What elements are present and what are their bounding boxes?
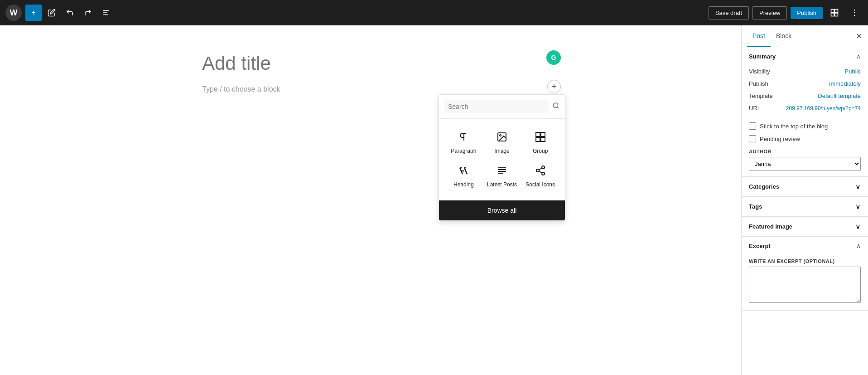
undo-button[interactable] bbox=[62, 5, 78, 21]
sidebar: Post Block ✕ Summary ∧ Visibility Public… bbox=[741, 25, 868, 375]
image-icon bbox=[497, 131, 507, 145]
block-search-area bbox=[439, 95, 565, 119]
editor-content: Type / to choose a block G + bbox=[180, 25, 561, 121]
tab-block[interactable]: Block bbox=[771, 26, 797, 47]
block-search-input[interactable] bbox=[444, 100, 549, 113]
toolbar-right: Save draft Preview Publish bbox=[709, 5, 863, 21]
svg-point-22 bbox=[542, 166, 545, 169]
paragraph-icon bbox=[458, 131, 469, 145]
block-picker-popup: Paragraph Image Group bbox=[439, 94, 565, 221]
block-item-image[interactable]: Image bbox=[483, 126, 521, 160]
categories-row[interactable]: Categories ∨ bbox=[742, 177, 868, 197]
excerpt-content: WRITE AN EXCERPT (OPTIONAL) bbox=[742, 255, 868, 310]
summary-content: Visibility Public Publish Immediately Te… bbox=[742, 65, 868, 120]
sidebar-tabs: Post Block ✕ bbox=[742, 25, 868, 47]
template-label: Template bbox=[749, 93, 773, 99]
block-item-social-icons[interactable]: Social Icons bbox=[521, 160, 559, 193]
block-grid: Paragraph Image Group bbox=[439, 119, 565, 200]
excerpt-chevron-up-icon: ∧ bbox=[856, 242, 861, 249]
wordpress-logo[interactable]: W bbox=[5, 5, 22, 21]
block-item-group-label: Group bbox=[533, 148, 548, 154]
summary-chevron-up-icon: ∧ bbox=[856, 53, 861, 60]
block-item-paragraph[interactable]: Paragraph bbox=[444, 126, 483, 160]
svg-rect-5 bbox=[831, 13, 834, 16]
browse-all-button[interactable]: Browse all bbox=[439, 200, 565, 220]
add-block-inline-button[interactable]: + bbox=[547, 80, 561, 93]
block-item-heading[interactable]: Heading bbox=[444, 160, 483, 193]
featured-image-row[interactable]: Featured image ∨ bbox=[742, 217, 868, 237]
author-heading: AUTHOR bbox=[749, 149, 861, 154]
svg-point-10 bbox=[553, 103, 558, 108]
social-icons-icon bbox=[535, 165, 546, 179]
publish-row: Publish Immediately bbox=[749, 78, 861, 90]
svg-rect-3 bbox=[831, 10, 834, 13]
block-item-image-label: Image bbox=[494, 148, 509, 154]
featured-image-chevron-down-icon: ∨ bbox=[855, 222, 861, 231]
document-overview-button[interactable] bbox=[98, 5, 114, 21]
main-layout: Type / to choose a block G + bbox=[0, 25, 868, 375]
excerpt-section-header[interactable]: Excerpt ∧ bbox=[742, 237, 868, 255]
publish-timing-value[interactable]: Immediately bbox=[829, 80, 861, 87]
group-icon bbox=[535, 131, 546, 145]
svg-rect-17 bbox=[541, 137, 545, 141]
featured-image-label: Featured image bbox=[749, 223, 792, 230]
svg-rect-4 bbox=[835, 10, 838, 13]
svg-point-24 bbox=[542, 172, 545, 175]
preview-button[interactable]: Preview bbox=[752, 6, 787, 19]
heading-icon bbox=[458, 165, 469, 179]
svg-rect-15 bbox=[541, 132, 545, 136]
block-item-heading-label: Heading bbox=[453, 181, 474, 188]
publish-timing-label: Publish bbox=[749, 80, 768, 87]
excerpt-title: Excerpt bbox=[749, 243, 771, 249]
pending-review-label: Pending review bbox=[760, 136, 800, 142]
template-value[interactable]: Default template bbox=[818, 93, 861, 99]
stick-top-checkbox[interactable] bbox=[749, 122, 756, 130]
summary-title: Summary bbox=[749, 53, 776, 60]
block-item-latest-posts-label: Latest Posts bbox=[487, 181, 517, 188]
post-title-input[interactable] bbox=[202, 53, 539, 74]
block-item-latest-posts[interactable]: Latest Posts bbox=[483, 160, 521, 193]
excerpt-textarea[interactable] bbox=[749, 267, 861, 303]
toolbar: W + Save draft Preview Publish bbox=[0, 0, 868, 25]
block-item-paragraph-label: Paragraph bbox=[451, 148, 476, 154]
edit-mode-button[interactable] bbox=[43, 5, 60, 21]
visibility-label: Visibility bbox=[749, 68, 770, 75]
url-value[interactable]: 209.97.169.90/tuyen/wp/?p=74 bbox=[786, 105, 861, 112]
summary-section: Summary ∧ Visibility Public Publish Imme… bbox=[742, 47, 868, 177]
author-select[interactable]: Janna bbox=[749, 157, 861, 171]
grammarly-button[interactable]: G bbox=[546, 50, 561, 65]
svg-line-11 bbox=[557, 107, 559, 108]
summary-section-header[interactable]: Summary ∧ bbox=[742, 47, 868, 65]
pending-review-checkbox[interactable] bbox=[749, 135, 756, 142]
svg-point-23 bbox=[536, 169, 539, 172]
tags-row[interactable]: Tags ∨ bbox=[742, 197, 868, 217]
save-draft-button[interactable]: Save draft bbox=[709, 6, 749, 19]
block-item-group[interactable]: Group bbox=[521, 126, 559, 160]
view-toggle-button[interactable] bbox=[826, 5, 843, 21]
tags-chevron-down-icon: ∨ bbox=[855, 202, 861, 211]
add-block-toolbar-button[interactable]: + bbox=[25, 5, 42, 21]
block-item-social-icons-label: Social Icons bbox=[526, 181, 555, 188]
author-section: AUTHOR Janna bbox=[742, 145, 868, 176]
url-label: URL bbox=[749, 105, 761, 112]
svg-rect-14 bbox=[536, 132, 540, 136]
svg-point-13 bbox=[500, 135, 501, 136]
stick-top-row: Stick to the top of the blog bbox=[742, 120, 868, 132]
latest-posts-icon bbox=[497, 165, 507, 179]
tab-post[interactable]: Post bbox=[747, 26, 771, 47]
sidebar-close-button[interactable]: ✕ bbox=[856, 32, 863, 40]
more-options-button[interactable] bbox=[846, 5, 863, 21]
block-search-icon-button[interactable] bbox=[552, 102, 559, 111]
visibility-value[interactable]: Public bbox=[845, 68, 861, 75]
categories-label: Categories bbox=[749, 183, 779, 190]
tags-label: Tags bbox=[749, 203, 762, 210]
categories-chevron-down-icon: ∨ bbox=[855, 182, 861, 191]
url-row: URL 209.97.169.90/tuyen/wp/?p=74 bbox=[749, 102, 861, 114]
redo-button[interactable] bbox=[80, 5, 96, 21]
excerpt-label: WRITE AN EXCERPT (OPTIONAL) bbox=[749, 258, 861, 264]
editor-area[interactable]: Type / to choose a block G + bbox=[0, 25, 741, 375]
publish-button[interactable]: Publish bbox=[791, 7, 823, 19]
stick-top-label: Stick to the top of the blog bbox=[760, 123, 828, 130]
svg-rect-16 bbox=[536, 137, 540, 141]
visibility-row: Visibility Public bbox=[749, 65, 861, 78]
